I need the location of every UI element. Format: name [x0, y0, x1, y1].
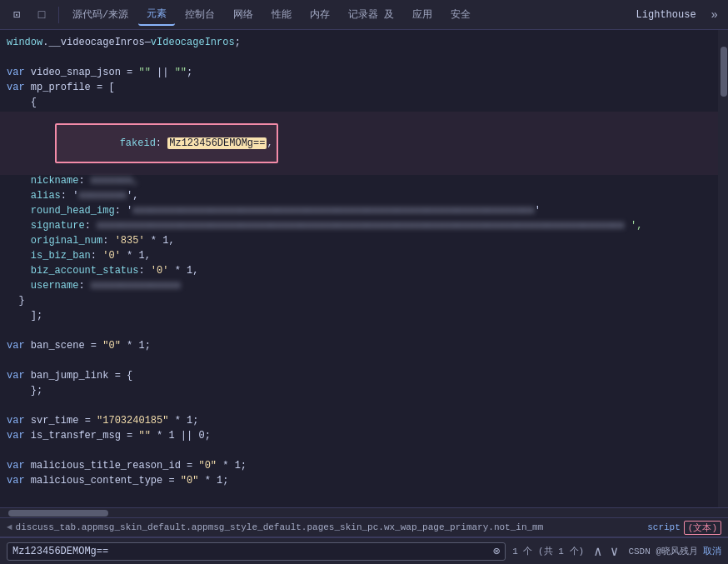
filepath-text: discuss_tab.appmsg_skin_default.appmsg_s…: [16, 522, 544, 532]
code-line: var video_snap_json = "" || "";: [0, 67, 728, 82]
more-button[interactable]: »: [706, 5, 723, 25]
watermark-label: CSDN @晓风残月: [628, 545, 698, 557]
tab-recorder[interactable]: 记录器 及: [340, 4, 402, 25]
code-line: [0, 400, 728, 415]
search-bar: ⊗ 1 个 (共 1 个) ∧ ∨ CSDN @晓风残月 取消: [0, 537, 728, 564]
code-line: original_num: '835' * 1,: [0, 235, 728, 250]
lighthouse-label[interactable]: Lighthouse: [630, 6, 703, 24]
tab-source[interactable]: 源代码/来源: [64, 4, 137, 25]
search-prev-button[interactable]: ∧: [591, 543, 606, 560]
code-line: var malicious_title_reason_id = "0" * 1;: [0, 460, 728, 475]
filepath-back-arrow[interactable]: ◄: [7, 522, 12, 532]
vertical-scrollbar[interactable]: [718, 30, 728, 507]
code-line: username: xxxxxxxxxxxxxxx: [0, 280, 728, 295]
code-line: [0, 325, 728, 340]
code-line: };: [0, 385, 728, 400]
tab-memory[interactable]: 内存: [302, 4, 338, 25]
devtools-icon-2[interactable]: □: [30, 3, 53, 27]
code-line: [0, 445, 728, 460]
toolbar-right: Lighthouse »: [630, 5, 723, 25]
fakeid-value: Mz123456DEMOMg==: [167, 137, 267, 149]
code-line: }: [0, 295, 728, 310]
toolbar-separator: [58, 7, 59, 23]
code-line: {: [0, 97, 728, 112]
search-count: 1 个 (共 1 个): [512, 545, 584, 557]
filepath-subtype: (文本): [684, 521, 721, 535]
fakeid-highlight: fakeid: Mz123456DEMOMg==,: [55, 123, 278, 163]
filepath-bar: ◄ discuss_tab.appmsg_skin_default.appmsg…: [0, 517, 728, 537]
tab-network[interactable]: 网络: [225, 4, 262, 25]
search-input[interactable]: [12, 546, 490, 557]
search-input-wrapper[interactable]: ⊗: [7, 542, 506, 561]
code-line: [0, 355, 728, 370]
code-line: is_biz_ban: '0' * 1,: [0, 250, 728, 265]
tab-performance[interactable]: 性能: [263, 4, 300, 25]
code-line: window.__videocageInros—vIdeocageInros;: [0, 37, 728, 52]
scrollbar-thumb[interactable]: [8, 510, 108, 517]
code-editor[interactable]: window.__videocageInros—vIdeocageInros; …: [0, 30, 728, 507]
code-line: var ban_scene = "0" * 1;: [0, 340, 728, 355]
devtools-icon-1[interactable]: ⊡: [5, 3, 28, 27]
vertical-scrollbar-thumb[interactable]: [721, 47, 727, 97]
code-line: var malicious_content_type = "0" * 1;: [0, 475, 728, 490]
tab-application[interactable]: 应用: [404, 4, 441, 25]
horizontal-scrollbar[interactable]: [0, 507, 728, 517]
cancel-label[interactable]: 取消: [703, 545, 721, 557]
code-line: signature: xxxxxxxxxxxxxxxxxxxxxxxxxxxxx…: [0, 220, 728, 235]
code-line: biz_account_status: '0' * 1,: [0, 265, 728, 280]
main-area: window.__videocageInros—vIdeocageInros; …: [0, 30, 728, 564]
search-right-info: CSDN @晓风残月 取消: [628, 545, 721, 557]
tab-console[interactable]: 控制台: [177, 4, 223, 25]
code-line: var is_transfer_msg = "" * 1 || 0;: [0, 430, 728, 445]
code-line: [0, 52, 728, 67]
search-clear-icon[interactable]: ⊗: [493, 546, 500, 557]
fakeid-line: fakeid: Mz123456DEMOMg==,: [0, 112, 728, 175]
filepath-type: script: [647, 522, 681, 532]
search-navigation: ∧ ∨: [591, 543, 621, 560]
search-next-button[interactable]: ∨: [607, 543, 622, 560]
code-line: ];: [0, 310, 728, 325]
code-line: var svr_time = "1703240185" * 1;: [0, 415, 728, 430]
code-line: var ban_jump_link = {: [0, 370, 728, 385]
toolbar: ⊡ □ 源代码/来源 元素 控制台 网络 性能 内存 记录器 及 应用 安全 L…: [0, 0, 728, 30]
code-line: round_head_img: 'xxxxxxxxxxxxxxxxxxxxxxx…: [0, 205, 728, 220]
tab-security[interactable]: 安全: [442, 4, 479, 25]
code-line: var mp_profile = [: [0, 82, 728, 97]
code-line: nickname: xxxxxxx,: [0, 175, 728, 190]
code-line: alias: 'xxxxxxxx',: [0, 190, 728, 205]
tab-elements[interactable]: 元素: [138, 3, 175, 26]
